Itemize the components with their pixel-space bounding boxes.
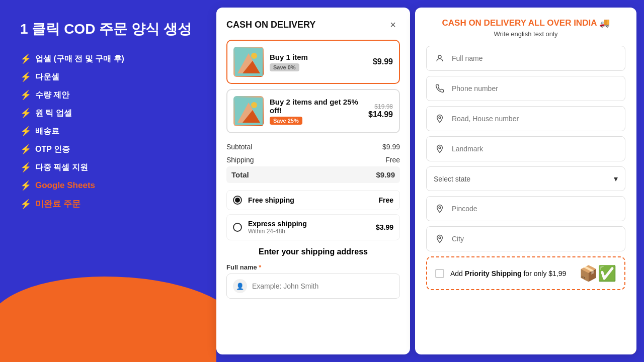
location-icon	[434, 143, 446, 155]
chevron-down-icon: ▾	[614, 174, 618, 184]
subtotal-label: Subtotal	[226, 143, 252, 151]
product-thumbnail-1	[233, 47, 264, 77]
product-info-1: Buy 1 item Save 0%	[270, 53, 367, 71]
phone-icon	[434, 82, 446, 95]
right-road-input[interactable]	[452, 115, 618, 123]
shipping-express-name: Express shipping	[248, 220, 370, 228]
product-name-1: Buy 1 item	[270, 53, 367, 61]
priority-checkbox[interactable]	[435, 269, 444, 278]
right-phone-input[interactable]	[452, 84, 618, 93]
bolt-icon: ⚡	[20, 199, 31, 210]
bolt-icon: ⚡	[20, 126, 31, 137]
right-full-name-field	[426, 46, 625, 71]
left-item-otp: ⚡ OTP 인증	[20, 144, 201, 155]
product-price-2: $19.98 $14.99	[368, 103, 393, 119]
address-title: Enter your shipping address	[226, 247, 400, 256]
shipping-option-express[interactable]: Express shipping Within 24-48h $3.99	[226, 214, 400, 240]
priority-text: Add Priority Shipping for only $1,99	[450, 269, 573, 278]
shipping-free-info: Free shipping	[248, 196, 372, 204]
product-card-1[interactable]: Buy 1 item Save 0% $9.99	[226, 40, 400, 84]
right-landmark-input[interactable]	[452, 145, 618, 153]
full-name-input[interactable]	[252, 282, 393, 290]
total-label: Total	[231, 170, 249, 179]
person-icon	[434, 52, 446, 64]
right-pincode-input[interactable]	[452, 205, 618, 213]
shipping-label: Shipping	[226, 156, 254, 164]
priority-post: for only $1,99	[522, 269, 567, 278]
order-summary: Subtotal $9.99 Shipping Free Total $9.99	[226, 140, 400, 183]
left-item-upsell: ⚡ 업셀 (구매 전 및 구매 후)	[20, 53, 201, 64]
right-city-input-row	[426, 226, 625, 251]
summary-total-row: Total $9.99	[226, 166, 400, 183]
product-thumbnail-2	[233, 96, 264, 126]
right-phone-field	[426, 76, 625, 101]
right-full-name-input-row	[426, 46, 625, 71]
left-item-multi-pixel: ⚡ 다중 픽셀 지원	[20, 162, 201, 173]
left-item-label: 배송료	[35, 126, 59, 137]
left-item-quantity: ⚡ 수량 제안	[20, 89, 201, 101]
bolt-icon: ⚡	[20, 71, 31, 82]
bolt-icon: ⚡	[20, 108, 31, 119]
bolt-icon: ⚡	[20, 53, 31, 64]
right-pincode-input-row	[426, 196, 625, 221]
right-full-name-input[interactable]	[452, 54, 618, 62]
left-item-label: 다운셀	[35, 72, 59, 82]
full-name-input-wrapper: 👤	[226, 274, 400, 299]
bolt-icon: ⚡	[20, 162, 31, 173]
price-current-1: $9.99	[373, 57, 393, 66]
left-item-label: 다중 픽셀 지원	[35, 162, 88, 173]
right-road-field	[426, 106, 625, 131]
left-item-downsell: ⚡ 다운셀	[20, 71, 201, 82]
left-item-label: 미완료 주문	[35, 198, 80, 210]
priority-shipping-box[interactable]: Add Priority Shipping for only $1,99 📦✅	[426, 256, 625, 290]
shipping-free-price: Free	[378, 196, 393, 204]
left-item-label: Google Sheets	[35, 180, 95, 191]
location-icon	[434, 203, 446, 215]
right-phone-input-row	[426, 76, 625, 101]
radio-express-shipping[interactable]	[233, 223, 242, 232]
svg-point-3	[251, 53, 257, 59]
shipping-value: Free	[385, 156, 400, 164]
shipping-express-info: Express shipping Within 24-48h	[248, 220, 370, 235]
shipping-options: Free shipping Free Express shipping With…	[226, 190, 400, 240]
select-state-dropdown[interactable]: Select state ▾	[426, 166, 625, 191]
shipping-express-price: $3.99	[376, 223, 393, 231]
bolt-icon: ⚡	[20, 144, 31, 155]
left-item-google-sheets: ⚡ Google Sheets	[20, 180, 201, 191]
shipping-free-name: Free shipping	[248, 196, 372, 204]
left-items-list: ⚡ 업셀 (구매 전 및 구매 후) ⚡ 다운셀 ⚡ 수량 제안 ⚡ 원 틱 업…	[20, 53, 201, 210]
summary-shipping-row: Shipping Free	[226, 153, 400, 166]
left-item-one-tick: ⚡ 원 틱 업셀	[20, 108, 201, 119]
right-city-input[interactable]	[452, 235, 618, 243]
cod-modal: CASH ON DELIVERY × Buy 1 item Save 0% $9…	[216, 8, 410, 354]
modal-close-button[interactable]: ×	[386, 18, 400, 32]
svg-point-9	[439, 117, 441, 119]
select-state-label: Select state	[434, 175, 470, 183]
product-card-2[interactable]: Buy 2 items and get 25% off! Save 25% $1…	[226, 89, 400, 133]
price-current-2: $14.99	[368, 110, 393, 119]
radio-free-shipping[interactable]	[233, 196, 242, 205]
priority-bold: Priority Shipping	[465, 269, 522, 278]
right-city-field	[426, 226, 625, 251]
right-header: CASH ON DELIVERY ALL OVER INDIA 🚚 Write …	[426, 18, 625, 38]
right-panel: CASH ON DELIVERY ALL OVER INDIA 🚚 Write …	[415, 8, 636, 354]
svg-point-11	[439, 207, 441, 209]
location-icon	[434, 233, 446, 245]
right-landmark-field	[426, 136, 625, 161]
svg-point-7	[251, 102, 257, 108]
product-price-1: $9.99	[373, 57, 393, 66]
left-item-label: OTP 인증	[35, 144, 70, 155]
modal-header: CASH ON DELIVERY ×	[226, 18, 400, 32]
left-item-label: 업셀 (구매 전 및 구매 후)	[35, 54, 124, 64]
svg-point-8	[438, 55, 441, 58]
bolt-icon: ⚡	[20, 180, 31, 191]
right-road-input-row	[426, 106, 625, 131]
right-landmark-input-row	[426, 136, 625, 161]
full-name-field: Full name * 👤	[226, 263, 400, 299]
svg-point-12	[439, 237, 441, 239]
shipping-option-free[interactable]: Free shipping Free	[226, 190, 400, 210]
bolt-icon: ⚡	[20, 89, 31, 101]
product-name-2: Buy 2 items and get 25% off!	[270, 98, 362, 115]
total-value: $9.99	[376, 170, 395, 179]
full-name-label: Full name *	[226, 263, 400, 271]
